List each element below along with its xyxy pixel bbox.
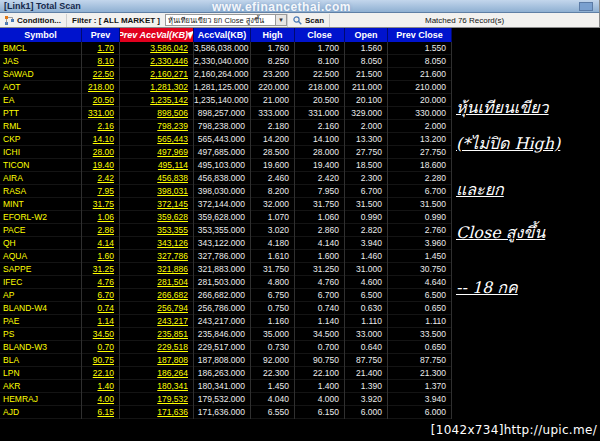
cell-symbol[interactable]: MINT	[0, 198, 82, 211]
cell-symbol[interactable]: EA	[0, 94, 82, 107]
cell-prev[interactable]: 4.14	[82, 237, 120, 250]
scan-button[interactable]: Scan	[287, 14, 330, 27]
cell-symbol[interactable]: QH	[0, 237, 82, 250]
cell-prev_accval[interactable]: 180,341	[120, 380, 194, 393]
cell-prev_accval[interactable]: 372,145	[120, 198, 194, 211]
cell-prev[interactable]: 1.70	[82, 42, 120, 55]
cell-prev[interactable]: 4.76	[82, 276, 120, 289]
cell-prev[interactable]: 28.00	[82, 146, 120, 159]
table-row[interactable]: BMCL1.703,586,0423,586,038.0001.7601.700…	[0, 42, 452, 55]
cell-symbol[interactable]: EFORL-W2	[0, 211, 82, 224]
cell-prev_accval[interactable]: 187,808	[120, 354, 194, 367]
cell-prev[interactable]: 1.60	[82, 250, 120, 263]
cell-symbol[interactable]: PAE	[0, 315, 82, 328]
table-row[interactable]: LPN22.10186,264186,263.00022.30022.10021…	[0, 367, 452, 380]
cell-prev_accval[interactable]: 898,506	[120, 107, 194, 120]
cell-prev[interactable]: 22.50	[82, 68, 120, 81]
cell-prev_accval[interactable]: 565,443	[120, 133, 194, 146]
cell-prev[interactable]: 331.00	[82, 107, 120, 120]
cell-prev[interactable]: 2.86	[82, 224, 120, 237]
cell-prev[interactable]: 90.75	[82, 354, 120, 367]
cell-symbol[interactable]: LPN	[0, 367, 82, 380]
cell-symbol[interactable]: JAS	[0, 55, 82, 68]
cell-prev_accval[interactable]: 2,330,446	[120, 55, 194, 68]
cell-prev[interactable]: 34.50	[82, 328, 120, 341]
table-row[interactable]: AP6.70266,682266,682.0006.7506.7006.5006…	[0, 289, 452, 302]
cell-prev_accval[interactable]: 1,235,142	[120, 94, 194, 107]
table-row[interactable]: PAE1.14243,217243,217.0001.1601.1401.110…	[0, 315, 452, 328]
cell-prev[interactable]: 0.70	[82, 341, 120, 354]
cell-prev_accval[interactable]: 1,281,302	[120, 81, 194, 94]
cell-symbol[interactable]: AQUA	[0, 250, 82, 263]
cell-symbol[interactable]: PACE	[0, 224, 82, 237]
cell-prev_accval[interactable]: 327,786	[120, 250, 194, 263]
table-row[interactable]: TICON19.40495,114495,103.00019.60019.400…	[0, 159, 452, 172]
cell-symbol[interactable]: SAWAD	[0, 68, 82, 81]
cell-symbol[interactable]: BLAND-W4	[0, 302, 82, 315]
cell-prev_accval[interactable]: 243,217	[120, 315, 194, 328]
table-row[interactable]: EFORL-W21.06359,628359,628.0001.0701.060…	[0, 211, 452, 224]
cell-prev_accval[interactable]: 321,886	[120, 263, 194, 276]
cell-prev[interactable]: 7.95	[82, 185, 120, 198]
column-header-symbol[interactable]: Symbol	[0, 28, 82, 42]
column-header-prev[interactable]: Prev	[82, 28, 120, 42]
cell-prev_accval[interactable]: 266,682	[120, 289, 194, 302]
cell-prev[interactable]: 4.00	[82, 393, 120, 406]
scan-condition-select[interactable]: หุ้นเทียนเขียว ยก Close สูงขึ้น ▾	[165, 14, 287, 26]
cell-prev[interactable]: 8.10	[82, 55, 120, 68]
table-row[interactable]: BLA90.75187,808187,808.00092.00090.75087…	[0, 354, 452, 367]
cell-prev[interactable]: 2.42	[82, 172, 120, 185]
cell-prev_accval[interactable]: 186,264	[120, 367, 194, 380]
cell-symbol[interactable]: RML	[0, 120, 82, 133]
chevron-down-icon[interactable]: ▾	[275, 15, 286, 25]
cell-symbol[interactable]: AP	[0, 289, 82, 302]
table-row[interactable]: PTT331.00898,506898,257.000333.000331.00…	[0, 107, 452, 120]
table-row[interactable]: AJD6.15171,636171,636.0006.5506.1506.000…	[0, 406, 452, 419]
column-header-high[interactable]: High	[251, 28, 295, 42]
table-row[interactable]: BLAND-W40.74256,794256,786.0000.7500.740…	[0, 302, 452, 315]
cell-symbol[interactable]: ICHI	[0, 146, 82, 159]
table-row[interactable]: IFEC4.76281,504281,503.0004.8004.7604.60…	[0, 276, 452, 289]
column-header-open[interactable]: Open	[345, 28, 388, 42]
cell-prev[interactable]: 0.74	[82, 302, 120, 315]
table-row[interactable]: PS34.50235,851235,846.00035.00034.50033.…	[0, 328, 452, 341]
cell-prev_accval[interactable]: 171,636	[120, 406, 194, 419]
table-row[interactable]: JAS8.102,330,4462,330,040.0008.2508.1008…	[0, 55, 452, 68]
cell-symbol[interactable]: PTT	[0, 107, 82, 120]
cell-prev[interactable]: 31.25	[82, 263, 120, 276]
cell-prev_accval[interactable]: 2,160,271	[120, 68, 194, 81]
cell-prev_accval[interactable]: 398,031	[120, 185, 194, 198]
cell-prev[interactable]: 14.10	[82, 133, 120, 146]
table-row[interactable]: RASA7.95398,031398,030.0008.2007.9506.70…	[0, 185, 452, 198]
table-row[interactable]: AKR1.40180,341180,341.0001.4501.4001.390…	[0, 380, 452, 393]
table-row[interactable]: MINT31.75372,145372,144.00032.00031.7503…	[0, 198, 452, 211]
cell-prev_accval[interactable]: 256,794	[120, 302, 194, 315]
cell-prev_accval[interactable]: 179,532	[120, 393, 194, 406]
table-row[interactable]: SAPPE31.25321,886321,883.00031.75031.250…	[0, 263, 452, 276]
cell-symbol[interactable]: HEMRAJ	[0, 393, 82, 406]
cell-prev_accval[interactable]: 3,586,042	[120, 42, 194, 55]
cell-prev_accval[interactable]: 798,239	[120, 120, 194, 133]
cell-symbol[interactable]: AJD	[0, 406, 82, 419]
cell-symbol[interactable]: BLAND-W3	[0, 341, 82, 354]
table-row[interactable]: AQUA1.60327,786327,786.0001.6101.6001.46…	[0, 250, 452, 263]
cell-symbol[interactable]: AOT	[0, 81, 82, 94]
condition-button[interactable]: Condition...	[0, 14, 67, 27]
cell-prev[interactable]: 22.10	[82, 367, 120, 380]
cell-prev_accval[interactable]: 353,355	[120, 224, 194, 237]
cell-symbol[interactable]: AKR	[0, 380, 82, 393]
cell-symbol[interactable]: BLA	[0, 354, 82, 367]
cell-prev_accval[interactable]: 359,628	[120, 211, 194, 224]
cell-prev[interactable]: 2.16	[82, 120, 120, 133]
column-header-accval[interactable]: AccVal(KB)	[194, 28, 251, 42]
cell-prev_accval[interactable]: 456,838	[120, 172, 194, 185]
table-row[interactable]: SAWAD22.502,160,2712,160,264.00023.20022…	[0, 68, 452, 81]
cell-prev_accval[interactable]: 343,126	[120, 237, 194, 250]
cell-prev_accval[interactable]: 495,114	[120, 159, 194, 172]
table-row[interactable]: AOT218.001,281,3021,281,125.000220.00021…	[0, 81, 452, 94]
cell-symbol[interactable]: PS	[0, 328, 82, 341]
table-row[interactable]: HEMRAJ4.00179,532179,532.0004.0404.0003.…	[0, 393, 452, 406]
cell-prev_accval[interactable]: 235,851	[120, 328, 194, 341]
cell-prev[interactable]: 20.50	[82, 94, 120, 107]
cell-prev[interactable]: 1.06	[82, 211, 120, 224]
